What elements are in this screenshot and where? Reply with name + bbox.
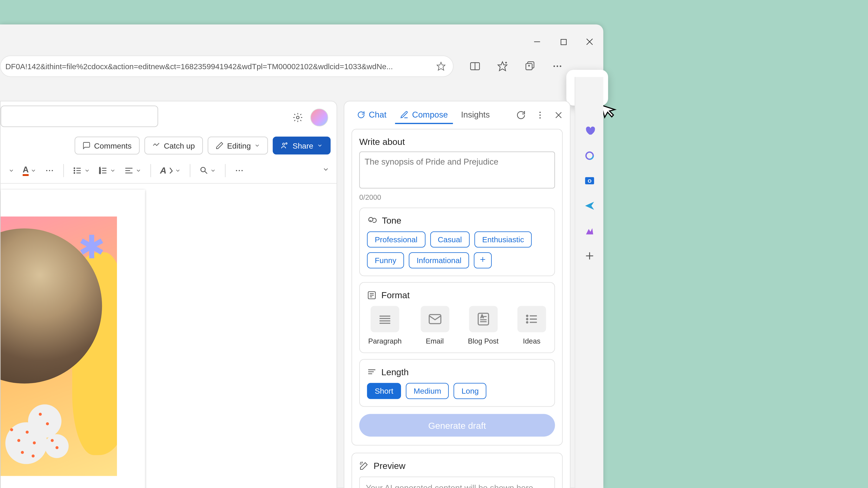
svg-point-49 [539,115,541,116]
find-button[interactable] [197,164,218,177]
tab-insights[interactable]: Insights [456,106,495,124]
more-icon[interactable] [552,61,563,72]
format-blog[interactable]: A Blog Post [468,306,498,346]
rail-add-icon[interactable] [583,250,595,262]
tone-chip-informational[interactable]: Informational [409,252,469,268]
tone-chip-add[interactable] [474,252,492,268]
svg-point-50 [539,117,541,119]
copilot-panel: Chat Compose Insights [344,101,570,488]
catch-up-label: Catch up [164,141,195,150]
font-color-button[interactable]: A [21,162,38,178]
svg-point-43 [201,167,205,172]
rail-office-icon[interactable] [583,150,595,162]
email-icon [421,306,449,332]
ribbon-collapse-icon[interactable] [322,166,330,173]
editing-button[interactable]: Editing [208,137,268,155]
favorites-icon[interactable] [497,61,508,72]
ribbon-more-1[interactable] [43,163,56,177]
panel-more-icon[interactable] [535,110,545,120]
length-chip-short[interactable]: Short [367,383,401,399]
split-screen-icon[interactable] [470,61,480,72]
share-label: Share [292,141,313,150]
svg-point-70 [526,315,528,317]
rail-outlook-icon[interactable]: O [583,175,595,187]
preview-card: Preview Your AI generated content will b… [351,453,563,488]
generate-draft-button[interactable]: Generate draft [359,414,555,437]
format-email[interactable]: Email [421,306,449,346]
length-section: Length Short Medium Long [359,359,555,407]
doc-search-field[interactable] [1,106,158,127]
bubble-decoration [3,398,75,470]
svg-point-27 [52,170,53,171]
svg-point-14 [557,65,558,67]
svg-point-22 [297,116,299,119]
address-bar[interactable]: DF0A!142&ithint=file%2cdocx&action=editn… [0,56,454,77]
tone-chip-enthusiastic[interactable]: Enthusiastic [474,231,532,248]
panel-close-icon[interactable] [554,111,563,120]
tone-icon [367,215,377,226]
styles-button[interactable]: A [158,163,183,178]
format-paragraph[interactable]: Paragraph [368,306,402,346]
svg-point-45 [236,170,237,171]
format-blog-label: Blog Post [468,337,498,346]
collections-icon[interactable] [525,61,535,72]
rail-designer-icon[interactable] [583,225,595,237]
svg-point-15 [560,65,561,67]
tab-chat-label: Chat [369,110,386,119]
ideas-icon [517,306,546,332]
bullets-button[interactable] [71,163,92,177]
close-button[interactable] [586,37,594,46]
tab-compose-label: Compose [412,110,448,119]
favorite-icon[interactable] [436,61,446,71]
svg-marker-4 [437,62,445,70]
rail-send-icon[interactable] [583,200,595,212]
ribbon-more-2[interactable] [232,163,246,177]
address-text: DF0A!142&ithint=file%2cdocx&action=editn… [5,62,433,71]
svg-text:A: A [480,314,483,319]
write-about-input[interactable] [359,152,555,189]
svg-rect-64 [429,315,441,324]
tone-chip-casual[interactable]: Casual [430,231,470,248]
compose-card: Write about 0/2000 Tone Professional [351,129,563,446]
format-ideas[interactable]: Ideas [517,306,546,346]
svg-point-28 [74,167,75,168]
tone-section: Tone Professional Casual Enthusiastic Fu… [359,207,555,276]
align-button[interactable] [122,163,143,177]
tone-chip-professional[interactable]: Professional [367,231,425,248]
refresh-icon[interactable] [516,110,526,120]
svg-point-48 [539,112,541,113]
maximize-button[interactable] [559,37,568,46]
rail-favorite-icon[interactable] [583,125,595,137]
comments-button[interactable]: Comments [74,137,139,155]
tone-chip-funny[interactable]: Funny [367,252,404,268]
svg-rect-1 [561,39,566,44]
tab-insights-label: Insights [461,110,490,119]
minimize-button[interactable] [533,37,541,46]
blog-icon: A [469,306,498,332]
paragraph-icon [371,306,399,332]
svg-point-13 [554,65,555,67]
share-button[interactable]: Share [273,137,331,155]
ribbon-dropdown-1[interactable] [6,165,16,176]
preview-label: Preview [374,460,406,470]
svg-point-47 [242,170,243,171]
svg-point-71 [526,318,528,320]
svg-point-46 [239,170,240,171]
window-controls [533,37,594,46]
numbering-button[interactable]: 123 [97,163,118,177]
copilot-tabs: Chat Compose Insights [344,101,570,129]
settings-icon[interactable] [292,112,303,123]
tab-chat[interactable]: Chat [351,106,391,124]
format-label: Format [381,290,410,300]
preview-icon [359,461,369,470]
comments-label: Comments [94,141,132,150]
editing-label: Editing [227,141,251,150]
length-chip-medium[interactable]: Medium [406,383,449,399]
user-avatar[interactable] [310,109,328,127]
tab-compose[interactable]: Compose [395,106,453,124]
length-chip-long[interactable]: Long [454,383,487,399]
svg-point-25 [46,170,48,171]
svg-point-24 [286,143,287,144]
doc-top-bar [1,101,337,134]
catch-up-button[interactable]: Catch up [144,137,203,155]
